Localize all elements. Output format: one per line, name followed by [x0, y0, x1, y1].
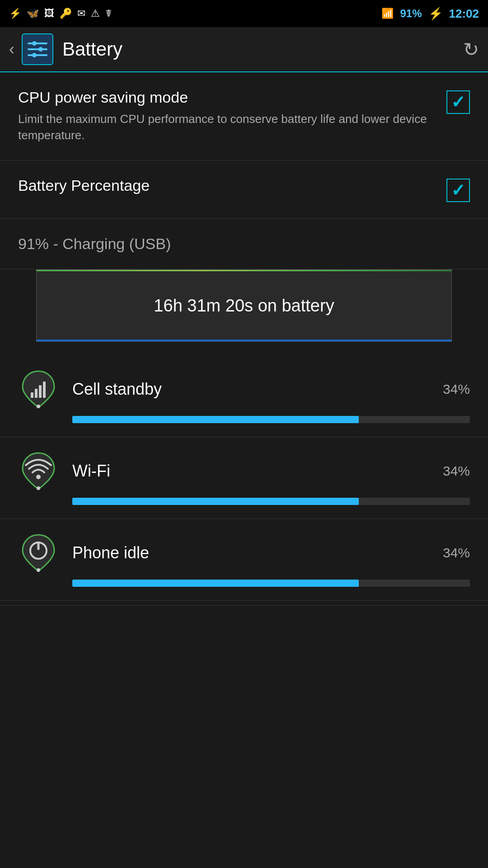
- battery-item-cell-standby[interactable]: Cell standby 34%: [0, 355, 488, 437]
- back-button[interactable]: ‹: [9, 40, 14, 59]
- phone-idle-icon: [18, 533, 59, 573]
- settings-sliders-icon: [22, 33, 53, 65]
- butterfly-icon: 🦋: [27, 8, 39, 19]
- svg-point-10: [37, 405, 40, 408]
- cell-standby-percent: 34%: [443, 382, 470, 397]
- status-bar: ⚡ 🦋 🖼 🔑 ✉ ⚠ ☤ 📶 91% ⚡ 12:02: [0, 0, 488, 27]
- phone-idle-bar: [72, 580, 359, 587]
- wifi-percent: 34%: [443, 463, 470, 479]
- cpu-power-saving-row[interactable]: CPU power saving mode Limit the maximum …: [0, 72, 488, 160]
- svg-rect-7: [35, 389, 38, 398]
- battery-percentage-title: Battery Percentage: [18, 177, 433, 194]
- cell-standby-bar: [72, 416, 359, 423]
- wifi-icon: 📶: [381, 8, 394, 19]
- battery-percentage-row[interactable]: Battery Percentage ✓: [0, 160, 488, 219]
- wifi-battery-icon: [18, 451, 59, 491]
- cpu-power-saving-text: CPU power saving mode Limit the maximum …: [18, 89, 446, 144]
- usb-icon: ⚡: [9, 8, 21, 19]
- phone-idle-bar-container: [72, 580, 470, 587]
- cell-standby-bar-container: [72, 416, 470, 423]
- bottom-divider: [0, 605, 488, 606]
- no-image-icon: 🖼: [44, 8, 54, 19]
- battery-graph-container: 16h 31m 20s on battery: [0, 269, 488, 355]
- cpu-power-saving-desc: Limit the maximum CPU performance to con…: [18, 111, 433, 144]
- header: ‹ Battery ↻: [0, 27, 488, 72]
- battery-graph: 16h 31m 20s on battery: [36, 269, 452, 342]
- svg-point-11: [36, 475, 41, 479]
- svg-point-5: [32, 53, 37, 57]
- svg-point-1: [32, 41, 37, 46]
- battery-item-wifi[interactable]: Wi-Fi 34%: [0, 437, 488, 519]
- key-icon: 🔑: [60, 8, 72, 19]
- wifi-label: Wi-Fi: [72, 462, 443, 481]
- alert-icon: ⚠: [91, 8, 100, 19]
- svg-point-12: [37, 486, 40, 490]
- cell-standby-icon: [18, 369, 59, 410]
- svg-point-3: [38, 47, 43, 52]
- battery-graph-blue-line: [37, 340, 451, 341]
- wifi-bar: [72, 498, 359, 505]
- battery-status-text: 91% - Charging (USB): [18, 235, 171, 252]
- status-time: 12:02: [449, 7, 479, 21]
- battery-graph-green-line: [37, 270, 451, 271]
- phone-idle-label: Phone idle: [72, 543, 443, 562]
- battery-percentage-checkbox[interactable]: ✓: [446, 179, 470, 202]
- cell-standby-label: Cell standby: [72, 380, 443, 399]
- mail-icon: ✉: [77, 8, 85, 19]
- cpu-power-saving-title: CPU power saving mode: [18, 89, 433, 106]
- status-bar-left: ⚡ 🦋 🖼 🔑 ✉ ⚠ ☤: [9, 8, 112, 19]
- battery-graph-label: 16h 31m 20s on battery: [154, 296, 334, 315]
- phone-idle-percent: 34%: [443, 545, 470, 561]
- cpu-power-saving-checkmark: ✓: [451, 92, 465, 112]
- battery-percentage-text: Battery Percentage: [18, 177, 446, 199]
- refresh-button[interactable]: ↻: [463, 38, 479, 61]
- battery-status-section: 91% - Charging (USB): [0, 219, 488, 269]
- battery-percentage-checkmark: ✓: [451, 180, 465, 200]
- svg-rect-9: [43, 382, 46, 398]
- charging-battery-icon: ⚡: [428, 7, 443, 21]
- status-bar-right: 📶 91% ⚡ 12:02: [381, 7, 479, 21]
- svg-point-14: [37, 568, 40, 572]
- cpu-power-saving-checkbox[interactable]: ✓: [446, 90, 470, 114]
- android-icon: ☤: [105, 8, 112, 19]
- wifi-bar-container: [72, 498, 470, 505]
- battery-percent-label: 91%: [400, 7, 422, 20]
- battery-item-phone-idle[interactable]: Phone idle 34%: [0, 519, 488, 601]
- svg-rect-8: [39, 385, 42, 398]
- page-title: Battery: [62, 38, 463, 60]
- svg-rect-6: [31, 392, 33, 398]
- content: CPU power saving mode Limit the maximum …: [0, 72, 488, 606]
